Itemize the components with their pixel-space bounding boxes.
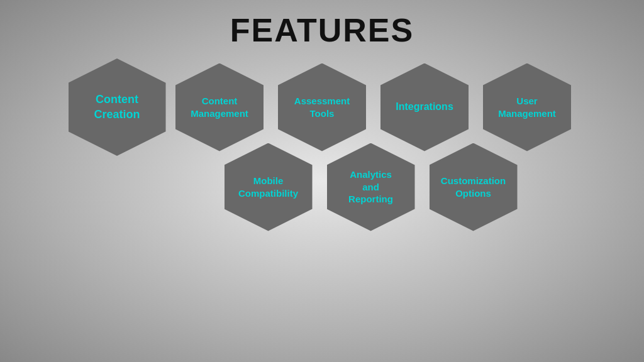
hex-wrapper-content-creation[interactable]: ContentCreation	[69, 62, 166, 153]
hex-label-integrations: Integrations	[392, 97, 457, 117]
hex-wrapper-assessment-tools[interactable]: AssessmentTools	[274, 62, 371, 153]
hex-row-top: ContentCreation ContentManagement Assess…	[69, 62, 576, 153]
hex-label-content-creation: ContentCreation	[91, 89, 143, 125]
hex-wrapper-mobile-compatibility[interactable]: MobileCompatibility	[219, 141, 317, 233]
hex-wrapper-customization-options[interactable]: CustomizationOptions	[425, 141, 522, 233]
hex-content-creation[interactable]: ContentCreation	[69, 58, 166, 156]
hex-user-management[interactable]: UserManagement	[483, 63, 571, 151]
hex-mobile-compatibility[interactable]: MobileCompatibility	[225, 143, 313, 231]
hex-assessment-tools[interactable]: AssessmentTools	[278, 63, 366, 151]
hex-wrapper-integrations[interactable]: Integrations	[376, 62, 474, 153]
page-title: FEATURES	[230, 11, 414, 49]
hex-wrapper-user-management[interactable]: UserManagement	[479, 62, 576, 153]
hex-wrapper-analytics-reporting[interactable]: AnalyticsandReporting	[322, 141, 419, 233]
hex-integrations[interactable]: Integrations	[380, 63, 469, 151]
hexagons-section: ContentCreation ContentManagement Assess…	[69, 62, 576, 233]
hex-label-customization-options: CustomizationOptions	[438, 172, 509, 202]
hex-customization-options[interactable]: CustomizationOptions	[430, 143, 518, 231]
hex-label-assessment-tools: AssessmentTools	[291, 92, 353, 123]
hex-analytics-reporting[interactable]: AnalyticsandReporting	[327, 143, 415, 231]
hex-label-mobile-compatibility: MobileCompatibility	[235, 172, 301, 202]
hex-label-content-management: ContentManagement	[187, 92, 252, 123]
hex-wrapper-content-management[interactable]: ContentManagement	[171, 62, 269, 153]
hex-content-management[interactable]: ContentManagement	[175, 63, 264, 151]
hex-label-user-management: UserManagement	[495, 92, 559, 123]
hex-label-analytics-reporting: AnalyticsandReporting	[345, 165, 396, 209]
hex-row-bottom: MobileCompatibility AnalyticsandReportin…	[219, 141, 522, 233]
